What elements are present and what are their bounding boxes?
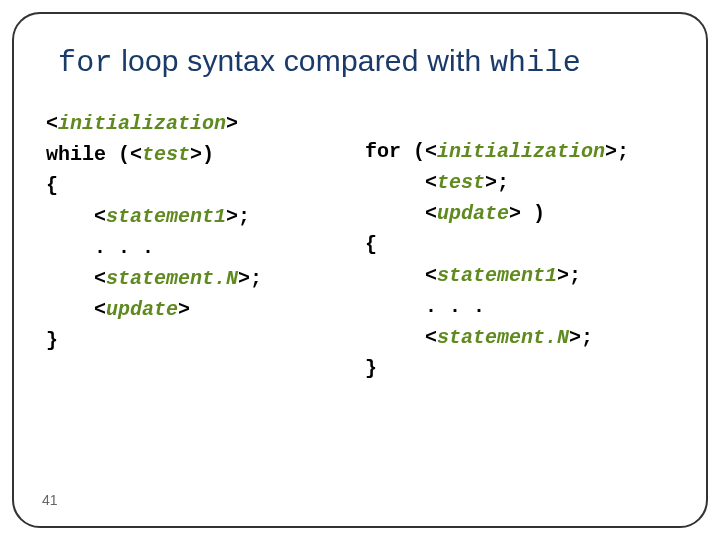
- placeholder-initialization: initialization: [58, 112, 226, 135]
- brace-open: {: [46, 174, 58, 197]
- placeholder-test: test: [142, 143, 190, 166]
- brace-open: {: [365, 233, 377, 256]
- placeholder-initialization: initialization: [437, 140, 605, 163]
- title-code-for: for: [58, 46, 113, 80]
- for-code-block: for (<initialization>; <test>; <update> …: [365, 108, 674, 384]
- placeholder-statement1: statement1: [437, 264, 557, 287]
- page-number: 41: [42, 492, 58, 508]
- slide-title: for loop syntax compared with while: [58, 44, 674, 80]
- ellipsis: . . .: [365, 295, 485, 318]
- placeholder-update: update: [106, 298, 178, 321]
- title-mid: loop syntax compared with: [113, 44, 490, 77]
- placeholder-statementN: statement.N: [437, 326, 569, 349]
- ellipsis: . . .: [46, 236, 154, 259]
- placeholder-test: test: [437, 171, 485, 194]
- code-columns: <initialization> while (<test>) { <state…: [46, 108, 674, 384]
- keyword-for: for (: [365, 140, 425, 163]
- slide-frame: for loop syntax compared with while <ini…: [12, 12, 708, 528]
- keyword-while: while (: [46, 143, 130, 166]
- brace-close: }: [46, 329, 58, 352]
- placeholder-statement1: statement1: [106, 205, 226, 228]
- placeholder-update: update: [437, 202, 509, 225]
- placeholder-statementN: statement.N: [106, 267, 238, 290]
- brace-close: }: [365, 357, 377, 380]
- while-code-block: <initialization> while (<test>) { <state…: [46, 108, 355, 384]
- title-code-while: while: [490, 46, 581, 80]
